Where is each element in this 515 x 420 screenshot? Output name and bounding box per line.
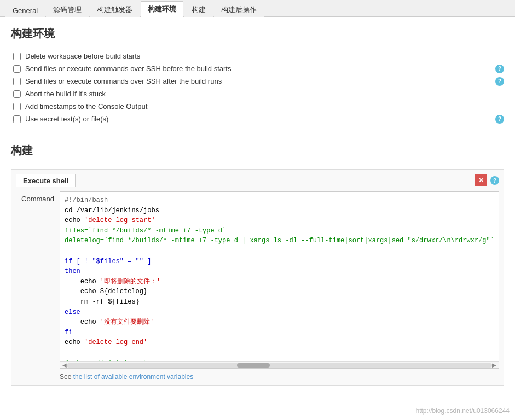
tab-post[interactable]: 构建后操作	[214, 2, 264, 18]
command-textarea-wrapper: #!/bin/bash cd /var/lib/jenkins/jobs ech…	[60, 191, 499, 369]
env-vars-text: See	[60, 373, 73, 381]
tab-env[interactable]: 构建环境	[141, 1, 183, 18]
execute-shell-tab[interactable]: Execute shell	[16, 174, 76, 187]
execute-shell-block: Execute shell ✕ ? Command #!/bin/bash cd…	[11, 169, 504, 386]
checkbox-row-2: Send files or execute commands over SSH …	[13, 65, 504, 73]
checkbox-abort-stuck[interactable]	[13, 90, 21, 98]
env-vars-link[interactable]: the list of available environment variab…	[73, 373, 193, 381]
horizontal-scrollbar[interactable]: ◀ ▶	[60, 361, 499, 368]
checkbox-row-3: Send files or execute commands over SSH …	[13, 77, 504, 85]
build-section: 构建 Execute shell ✕ ? Command #!/bin/bash…	[11, 143, 504, 386]
checkbox-row-5: Add timestamps to the Console Output	[13, 102, 504, 110]
watermark: http://blog.csdn.net/u013066244	[416, 407, 510, 415]
tab-source[interactable]: 源码管理	[46, 2, 89, 18]
checkbox-label-1: Delete workspace before build starts	[25, 52, 140, 60]
help-icon-ssh-after[interactable]: ?	[495, 77, 504, 86]
execute-shell-help-icon[interactable]: ?	[490, 176, 499, 185]
main-content: 构建环境 Delete workspace before build start…	[0, 18, 515, 420]
checkbox-timestamps[interactable]	[13, 103, 21, 110]
tab-general[interactable]: General	[5, 3, 45, 18]
help-icon-ssh-before[interactable]: ?	[495, 65, 504, 73]
checkbox-ssh-after[interactable]	[13, 78, 21, 85]
section1-title: 构建环境	[11, 26, 504, 43]
checkbox-ssh-before[interactable]	[13, 65, 21, 73]
checkbox-row-6: Use secret text(s) or file(s) ?	[13, 115, 504, 123]
tab-bar: General 源码管理 构建触发器 构建环境 构建 构建后操作	[0, 0, 515, 18]
checkbox-row-4: Abort the build if it's stuck	[13, 90, 504, 98]
section2-title: 构建	[11, 143, 504, 160]
command-textarea[interactable]: #!/bin/bash cd /var/lib/jenkins/jobs ech…	[60, 192, 499, 361]
execute-shell-close-button[interactable]: ✕	[475, 174, 487, 186]
env-vars-link-row: See the list of available environment va…	[60, 373, 499, 381]
header-right-group: ✕ ?	[475, 174, 499, 186]
scrollbar-track	[67, 363, 492, 368]
checkbox-delete-workspace[interactable]	[13, 52, 21, 60]
checkbox-secret[interactable]	[13, 115, 21, 123]
help-icon-secret[interactable]: ?	[495, 115, 504, 124]
command-row: Command #!/bin/bash cd /var/lib/jenkins/…	[16, 191, 499, 369]
checkbox-label-2: Send files or execute commands over SSH …	[25, 65, 231, 73]
divider	[11, 132, 504, 132]
checkbox-label-3: Send files or execute commands over SSH …	[25, 77, 222, 85]
scrollbar-thumb[interactable]	[237, 363, 270, 368]
checkbox-row-1: Delete workspace before build starts	[13, 52, 504, 60]
execute-shell-header: Execute shell ✕ ?	[16, 174, 499, 187]
tab-trigger[interactable]: 构建触发器	[90, 2, 140, 18]
command-label: Command	[16, 191, 60, 203]
checkbox-label-6: Use secret text(s) or file(s)	[25, 115, 108, 123]
tab-build[interactable]: 构建	[184, 2, 213, 18]
checkbox-label-5: Add timestamps to the Console Output	[25, 102, 147, 110]
checkbox-label-4: Abort the build if it's stuck	[25, 90, 106, 98]
